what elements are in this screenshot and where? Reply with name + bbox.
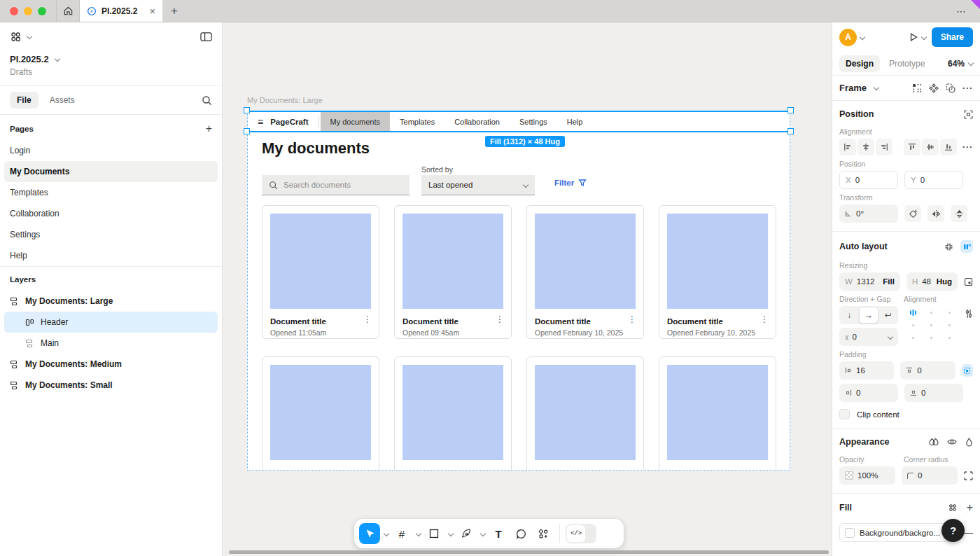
avatar[interactable]: A [839,29,857,46]
gap-input[interactable]: )|( 0 [839,328,898,346]
present-play-icon[interactable] [909,32,918,42]
gap-chevron-icon[interactable] [888,335,892,340]
distribute-settings-icon[interactable] [965,309,973,319]
page-item-help[interactable]: Help [4,245,218,266]
search-icon[interactable] [202,95,212,106]
comment-tool-button[interactable] [510,523,531,544]
shrink-icon[interactable] [944,242,953,251]
shape-tool-button[interactable] [424,523,444,544]
create-component-icon[interactable] [929,83,939,93]
resizing-options-icon[interactable] [964,277,973,286]
share-button[interactable]: Share [932,27,973,47]
page-item-collaboration[interactable]: Collaboration [4,203,218,224]
add-page-button[interactable]: + [206,123,212,134]
text-tool-button[interactable]: T [488,523,509,544]
maximize-window-button[interactable] [38,7,46,15]
page-item-settings[interactable]: Settings [4,224,218,245]
actions-tool-button[interactable] [533,523,554,544]
align-top-button[interactable] [904,139,920,155]
tab-prototype[interactable]: Prototype [883,55,931,72]
alignment-more-button[interactable]: ··· [962,142,973,152]
width-input[interactable]: W 1312 Fill [839,272,900,291]
toggle-sidebar-icon[interactable] [200,32,212,42]
zoom-level-control[interactable]: 64% [948,59,973,69]
design-frame[interactable]: ≡ PageCraft My documents Templates Colla… [247,111,790,471]
individual-padding-toggle[interactable] [962,364,973,377]
fill-style-chip[interactable]: Background/backgro... [839,523,958,542]
pen-tool-chevron-icon[interactable] [480,531,485,536]
direction-horizontal-button[interactable]: → [859,307,879,324]
design-canvas[interactable]: My Documents: Large ≡ PageCraft My docum… [223,22,832,556]
blend-mode-icon[interactable] [929,438,939,446]
flip-horizontal-button[interactable] [927,205,944,222]
minimize-window-button[interactable] [24,7,32,15]
tab-assets[interactable]: Assets [43,92,82,109]
frame-type-label[interactable]: Frame [839,83,867,93]
shape-tool-chevron-icon[interactable] [448,531,453,536]
move-tool-chevron-icon[interactable] [384,531,388,536]
close-tab-icon[interactable]: × [150,6,155,16]
mask-icon[interactable] [946,83,955,93]
menu-chevron-icon[interactable] [27,34,31,39]
layer-item-header[interactable]: Header [4,312,218,333]
frame-tool-chevron-icon[interactable] [416,531,421,536]
padding-bottom-input[interactable]: 0 [904,384,963,402]
dev-mode-toggle[interactable]: </> [566,524,596,543]
home-tab-button[interactable] [56,0,80,22]
frame-name-label[interactable]: My Documents: Large [247,96,323,104]
design-nav-bar[interactable]: ≡ PageCraft My documents Templates Colla… [248,111,790,132]
direction-wrap-button[interactable]: ↩ [878,307,897,324]
padding-left-input[interactable]: 16 [839,361,894,380]
padding-top-input[interactable]: 0 [900,361,955,380]
frame-chevron-icon[interactable] [874,85,878,90]
page-item-login[interactable]: Login [4,140,218,161]
styles-grid-icon[interactable] [948,503,957,512]
frame-tool-button[interactable]: # [391,523,412,544]
align-left-button[interactable] [839,139,856,155]
effects-droplet-icon[interactable] [965,438,973,447]
auto-layout-alignment-grid[interactable] [904,306,958,344]
layer-item-main[interactable]: Main [4,333,218,354]
height-input[interactable]: H 48 Hug [906,272,958,291]
remove-fill-button[interactable]: — [964,527,973,538]
file-title-row[interactable]: PI.2025.2 [0,47,222,66]
opacity-input[interactable]: 100% [839,466,895,485]
align-horizontal-center-button[interactable] [858,139,874,155]
align-bottom-button[interactable] [940,139,957,155]
move-tool-button[interactable] [359,523,380,544]
corner-radius-input[interactable]: 0 [902,466,958,485]
new-tab-button[interactable]: + [162,0,186,22]
rotation-input[interactable]: 0° [839,204,898,223]
add-fill-button[interactable]: + [967,502,973,513]
visibility-eye-icon[interactable] [947,438,957,446]
layer-item-my-documents-small[interactable]: My Documents: Small [4,375,218,396]
clip-content-checkbox[interactable] [839,409,850,419]
tab-file[interactable]: File [10,92,38,109]
present-chevron-icon[interactable] [921,35,926,40]
align-vertical-center-button[interactable] [922,139,939,155]
rotate-button[interactable] [904,205,921,222]
frame-more-options[interactable]: ··· [962,83,973,93]
main-menu-logo-icon[interactable] [10,31,22,43]
library-grid-icon[interactable] [912,83,922,93]
close-window-button[interactable] [10,7,18,15]
padding-right-input[interactable]: 0 [839,384,898,402]
focus-corners-icon[interactable] [964,110,973,119]
page-item-templates[interactable]: Templates [4,182,218,203]
file-tab[interactable]: PI.2025.2 × [80,0,162,22]
page-item-my-documents[interactable]: My Documents [4,161,218,182]
direction-vertical-button[interactable]: ↓ [840,307,859,324]
auto-layout-active-icon[interactable] [960,240,973,253]
x-position-input[interactable]: X 0 [839,171,898,189]
tab-design[interactable]: Design [839,55,880,72]
fill-color-swatch[interactable] [845,528,855,538]
flip-vertical-button[interactable] [951,205,967,222]
help-button[interactable]: ? [941,519,965,542]
horizontal-scrollbar[interactable] [229,550,829,554]
independent-corners-icon[interactable] [964,471,973,480]
layer-item-my-documents-large[interactable]: My Documents: Large [4,291,218,312]
pen-tool-button[interactable] [456,523,477,544]
align-right-button[interactable] [876,139,892,155]
y-position-input[interactable]: Y 0 [904,171,963,189]
avatar-chevron-icon[interactable] [860,35,864,40]
